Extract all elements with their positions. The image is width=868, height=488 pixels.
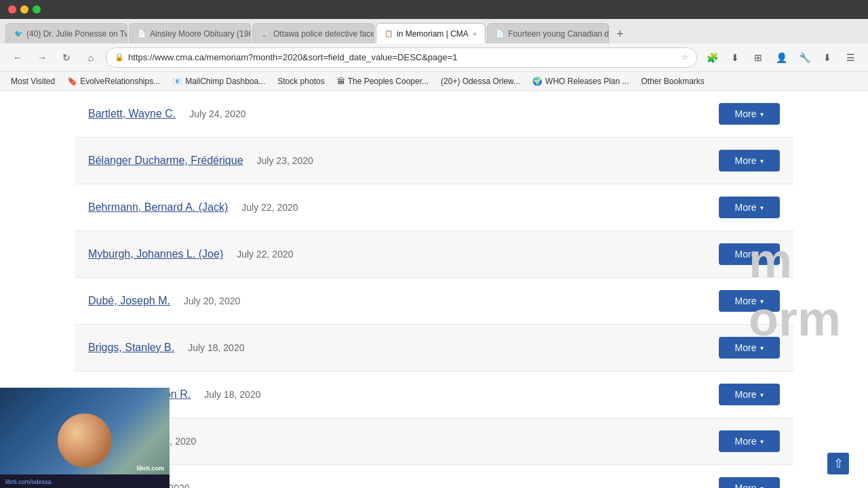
tab-label-ottawa: Ottawa police detective faces ...: [273, 29, 374, 39]
memorial-date: July 18, 2020: [188, 342, 244, 353]
chevron-down-icon: ▾: [760, 204, 764, 211]
memorial-date: July 23, 2020: [257, 155, 313, 166]
more-label: More: [735, 389, 757, 400]
tab-label-fourteen: Fourteen young Canadian docs...: [508, 29, 609, 39]
tab-fourteen[interactable]: 📄 Fourteen young Canadian docs... ×: [487, 23, 609, 43]
tab-memoriam[interactable]: 📋 in Memoriam | CMA ×: [376, 23, 486, 43]
more-button-4[interactable]: More ▾: [719, 290, 780, 312]
chevron-down-icon: ▾: [760, 298, 764, 305]
table-row: Briggs, Stanley B. July 18, 2020 More ▾: [75, 325, 793, 371]
address-bar[interactable]: 🔒 https://www.cma.ca/memoriam?month=2020…: [106, 47, 697, 68]
scroll-to-top-button[interactable]: ⇧: [827, 453, 849, 474]
memorial-name-link[interactable]: Dubé, Joseph M.: [88, 295, 170, 307]
apps-button[interactable]: ⊞: [749, 48, 768, 67]
address-text: https://www.cma.ca/memoriam?month=2020&s…: [128, 52, 677, 62]
tab-label-memoriam: in Memoriam | CMA: [397, 29, 469, 39]
minimize-window-button[interactable]: [20, 5, 28, 14]
memorial-name-link[interactable]: Myburgh, Johannes L. (Joe): [88, 248, 223, 260]
close-window-button[interactable]: [8, 5, 16, 14]
memorial-info: Behrmann, Bernard A. (Jack) July 22, 202…: [88, 201, 719, 214]
table-row: Behrmann, Bernard A. (Jack) July 22, 202…: [75, 184, 793, 231]
chevron-down-icon: ▾: [760, 391, 764, 399]
new-tab-button[interactable]: +: [610, 24, 629, 43]
bookmark-odessa[interactable]: (20+) Odessa Orlew...: [437, 75, 524, 87]
home-button[interactable]: ⌂: [81, 48, 100, 67]
memorial-date: July 22, 2020: [237, 249, 293, 260]
page-content: Bartlett, Wayne C. July 24, 2020 More ▾ …: [0, 91, 868, 488]
table-row: Bélanger Ducharme, Frédérique July 23, 2…: [75, 138, 793, 184]
security-icon: 🔒: [115, 53, 124, 62]
bookmark-who[interactable]: 🌍 WHO Releases Plan ...: [528, 75, 633, 87]
profile-button[interactable]: 👤: [772, 48, 791, 67]
address-bar-row: ← → ↻ ⌂ 🔒 https://www.cma.ca/memoriam?mo…: [0, 43, 868, 72]
browser-frame: 🐦 (40) Dr. Julie Ponesse on Twit... × 📄 …: [0, 0, 868, 488]
bookmark-peoples[interactable]: 🏛 The Peoples Cooper...: [333, 75, 433, 87]
extension2-button[interactable]: ⬇: [818, 48, 837, 67]
tab-favicon-ottawa: 📰: [261, 30, 269, 37]
tab-ainsley[interactable]: 📄 Ainsley Moore Obituary (1963... ×: [129, 23, 251, 43]
bookmark-label: Most Visited: [11, 77, 55, 86]
tab-favicon-ainsley: 📄: [138, 30, 146, 37]
bookmark-star-icon[interactable]: ☆: [682, 53, 688, 62]
memorial-name-link[interactable]: Bartlett, Wayne C.: [88, 108, 176, 120]
bookmark-mailchimp[interactable]: 📧 MailChimp Dashboa...: [168, 75, 269, 87]
bookmark-label: The Peoples Cooper...: [348, 77, 429, 86]
bookmark-label: 🔖: [67, 77, 77, 86]
refresh-button[interactable]: ↻: [57, 48, 76, 67]
more-label: More: [735, 342, 757, 353]
more-label: More: [735, 483, 757, 488]
more-button-2[interactable]: More ▾: [719, 197, 780, 218]
extensions-button[interactable]: 🧩: [703, 48, 722, 67]
table-row: Dubé, Joseph M. July 20, 2020 More ▾: [75, 278, 793, 325]
table-row: ...in D. July 18, 2020 More ▾: [75, 465, 793, 488]
chevron-down-icon: ▾: [760, 157, 764, 165]
memorial-name-link[interactable]: Behrmann, Bernard A. (Jack): [88, 201, 228, 214]
bookmarks-bar: Most Visited 🔖 EvolveRelationships... 📧 …: [0, 72, 868, 91]
more-label: More: [735, 202, 757, 213]
bookmark-evolve[interactable]: 🔖 EvolveRelationships...: [63, 75, 164, 87]
more-button-5[interactable]: More ▾: [719, 337, 780, 359]
tab-twitter[interactable]: 🐦 (40) Dr. Julie Ponesse on Twit... ×: [5, 23, 127, 43]
memorial-name-link[interactable]: Bélanger Ducharme, Frédérique: [88, 155, 243, 167]
more-label: More: [735, 108, 757, 119]
video-url-text: librti.com/odessa: [5, 479, 52, 485]
tab-bar: 🐦 (40) Dr. Julie Ponesse on Twit... × 📄 …: [0, 19, 868, 43]
bookmark-most-visited[interactable]: Most Visited: [7, 75, 59, 87]
memorial-name-link[interactable]: Briggs, Stanley B.: [88, 342, 174, 354]
download-button[interactable]: ⬇: [726, 48, 745, 67]
table-row: Bartlett, Wayne C. July 24, 2020 More ▾: [75, 91, 793, 138]
traffic-lights: [8, 5, 41, 14]
bookmark-stock[interactable]: Stock photos: [273, 75, 328, 87]
more-button-0[interactable]: More ▾: [719, 103, 780, 125]
forward-button[interactable]: →: [33, 48, 52, 67]
back-button[interactable]: ←: [8, 48, 27, 67]
tab-close-memoriam[interactable]: ×: [473, 30, 477, 38]
video-url-bar[interactable]: librti.com/odessa: [0, 474, 170, 488]
tab-favicon-fourteen: 📄: [496, 30, 504, 37]
memorial-info: Bélanger Ducharme, Frédérique July 23, 2…: [88, 155, 719, 167]
chevron-down-icon: ▾: [760, 485, 764, 489]
tab-ottawa[interactable]: 📰 Ottawa police detective faces ... ×: [252, 23, 374, 43]
video-person-thumbnail: [58, 413, 112, 468]
more-button-1[interactable]: More ▾: [719, 150, 780, 171]
memorial-info: ...in D. July 18, 2020: [88, 482, 719, 488]
bookmark-other[interactable]: Other Bookmarks: [637, 75, 708, 87]
video-logo: librti.com: [136, 465, 164, 472]
tab-favicon-memoriam: 📋: [384, 30, 393, 37]
chevron-down-icon: ▾: [760, 251, 764, 258]
video-content: librti.com: [0, 388, 170, 474]
bookmark-label: Other Bookmarks: [641, 77, 704, 86]
maximize-window-button[interactable]: [33, 5, 41, 14]
more-button-8[interactable]: More ▾: [719, 477, 780, 488]
bookmark-label: Stock photos: [277, 77, 324, 86]
more-button-7[interactable]: More ▾: [719, 430, 780, 452]
more-button-6[interactable]: More ▾: [719, 384, 780, 405]
bookmark-label: MailChimp Dashboa...: [185, 77, 265, 86]
extension1-button[interactable]: 🔧: [795, 48, 814, 67]
bookmark-favicon: 🌍: [532, 77, 542, 86]
chevron-down-icon: ▾: [760, 110, 764, 118]
tab-label-ainsley: Ainsley Moore Obituary (1963...: [150, 29, 251, 39]
menu-button[interactable]: ☰: [841, 48, 860, 67]
more-label: More: [735, 155, 757, 166]
more-button-3[interactable]: More ▾: [719, 243, 780, 265]
